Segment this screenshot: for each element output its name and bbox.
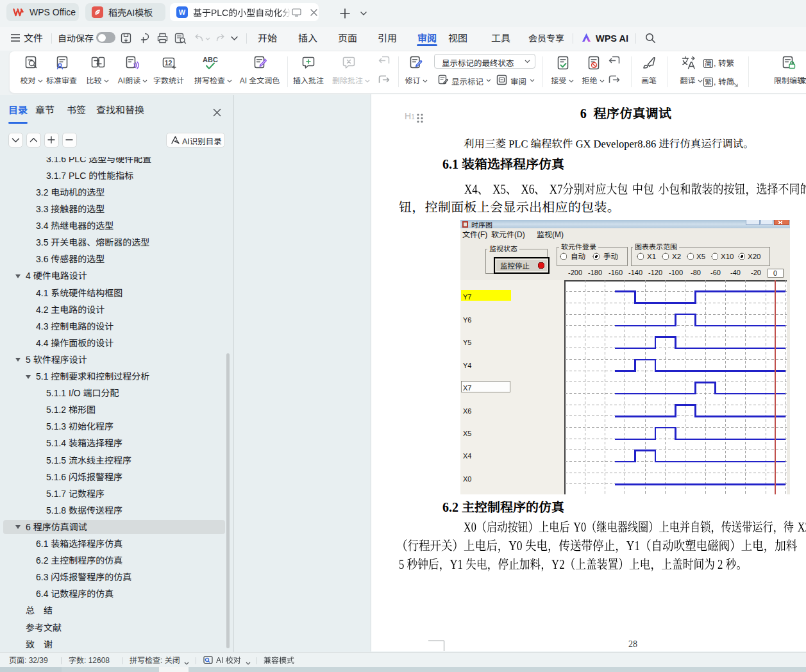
- svg-text:X10: X10: [721, 253, 734, 260]
- svg-text:监控停止: 监控停止: [500, 262, 530, 270]
- svg-text:手动: 手动: [603, 253, 618, 260]
- svg-text:-140: -140: [628, 269, 642, 276]
- svg-text:X4: X4: [463, 452, 471, 460]
- svg-text:12: 12: [165, 59, 172, 67]
- svg-text:Y5: Y5: [463, 339, 471, 346]
- svg-text:X0: X0: [463, 475, 471, 483]
- svg-text:Y4: Y4: [463, 362, 471, 369]
- svg-text:时序图: 时序图: [471, 221, 492, 229]
- svg-text:X2: X2: [672, 253, 681, 260]
- svg-text:-160: -160: [609, 269, 623, 276]
- svg-text:-120: -120: [648, 269, 662, 276]
- svg-text:Y6: Y6: [463, 316, 471, 324]
- svg-text:X5: X5: [696, 253, 705, 260]
- svg-text:监视状态: 监视状态: [489, 245, 517, 253]
- svg-text:ABC: ABC: [203, 56, 218, 63]
- svg-text:-200: -200: [568, 269, 582, 276]
- svg-text:文件(F)软元件(D)监视(M): 文件(F)软元件(D)监视(M): [462, 230, 564, 239]
- svg-text:X1: X1: [647, 253, 656, 260]
- svg-text:图表表示范围: 图表表示范围: [635, 243, 677, 251]
- svg-text:-40: -40: [730, 269, 741, 276]
- svg-text:-80: -80: [691, 269, 701, 276]
- svg-text:0: 0: [773, 269, 777, 277]
- svg-text:-20: -20: [751, 269, 761, 276]
- svg-text:自动: 自动: [571, 253, 585, 260]
- svg-text:X20: X20: [748, 253, 760, 260]
- svg-text:X5: X5: [463, 430, 471, 437]
- svg-text:X7: X7: [463, 384, 471, 392]
- svg-text:软元件登录: 软元件登录: [561, 243, 596, 251]
- svg-text:W: W: [179, 8, 186, 16]
- svg-text:X6: X6: [463, 407, 471, 415]
- svg-text:-100: -100: [669, 269, 683, 276]
- svg-text:Y7: Y7: [463, 293, 471, 301]
- svg-text:-60: -60: [710, 269, 721, 276]
- svg-text:-180: -180: [588, 269, 602, 276]
